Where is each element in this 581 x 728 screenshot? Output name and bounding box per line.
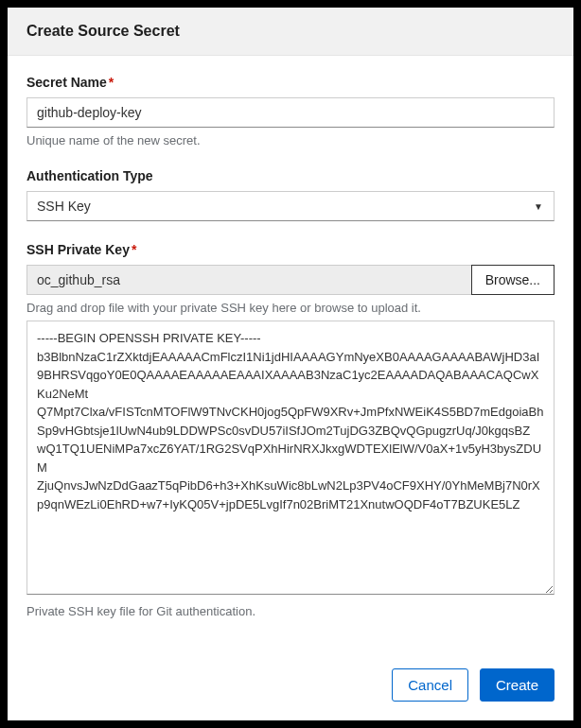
modal-header: Create Source Secret — [8, 8, 573, 56]
secret-name-input[interactable] — [26, 97, 555, 128]
cancel-button[interactable]: Cancel — [392, 668, 468, 702]
ssh-key-label: SSH Private Key* — [26, 242, 555, 257]
required-indicator: * — [132, 242, 136, 257]
required-indicator: * — [109, 75, 114, 90]
file-drop-help: Drag and drop file with your private SSH… — [26, 301, 555, 315]
create-source-secret-modal: Create Source Secret Secret Name* Unique… — [8, 8, 573, 720]
auth-type-group: Authentication Type SSH Key ▼ — [26, 168, 555, 221]
file-name-display: oc_github_rsa — [26, 265, 471, 295]
secret-name-help: Unique name of the new secret. — [26, 133, 555, 147]
modal-body: Secret Name* Unique name of the new secr… — [8, 56, 573, 653]
create-button[interactable]: Create — [480, 668, 555, 702]
ssh-key-group: SSH Private Key* oc_github_rsa Browse...… — [26, 242, 555, 618]
modal-footer: Cancel Create — [8, 653, 573, 720]
ssh-key-textarea[interactable] — [26, 321, 555, 595]
file-input-row: oc_github_rsa Browse... — [26, 265, 555, 295]
secret-name-group: Secret Name* Unique name of the new secr… — [26, 75, 555, 147]
auth-type-select[interactable]: SSH Key — [26, 191, 555, 221]
modal-title: Create Source Secret — [26, 23, 555, 40]
browse-button[interactable]: Browse... — [471, 265, 555, 295]
ssh-key-help: Private SSH key file for Git authenticat… — [26, 604, 555, 618]
secret-name-label: Secret Name* — [26, 75, 555, 90]
auth-type-label: Authentication Type — [26, 168, 555, 183]
